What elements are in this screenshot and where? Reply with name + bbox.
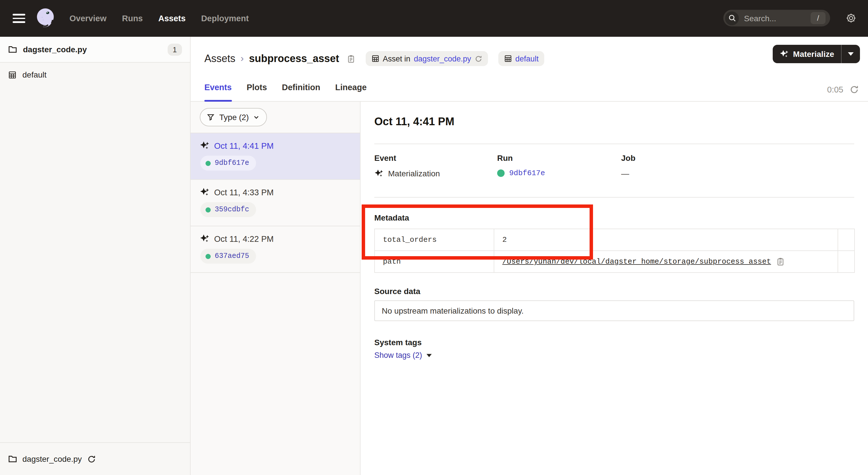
run-status-dot [206,207,211,212]
sidebar-item-label: default [22,70,46,79]
event-detail-panel: Oct 11, 4:41 PM Event Materi [361,102,868,475]
breadcrumb-separator: › [240,53,244,64]
sidebar-footer: dagster_code.py [0,442,190,475]
metadata-value: 2 [494,229,838,251]
system-tags-heading: System tags [374,338,422,347]
sidebar-repo-header[interactable]: dagster_code.py 1 [0,37,190,63]
refresh-timer: 0:05 [827,85,859,94]
metadata-actions-cell [838,229,855,251]
run-label: Run [497,153,545,162]
folder-icon [8,45,17,54]
event-timestamp: Oct 11, 4:33 PM [214,187,274,197]
show-tags-label: Show tags (2) [374,351,422,360]
asset-group-icon [371,55,379,63]
show-tags-toggle[interactable]: Show tags (2) [374,351,432,360]
asset-group-icon [504,55,512,63]
events-list-panel: Type (2) [191,102,361,475]
nav-item-overview[interactable]: Overview [69,14,106,23]
job-value: — [621,169,629,178]
refresh-icon[interactable] [849,85,859,94]
asset-header: Assets › subprocess_asset [191,37,868,102]
run-id-link[interactable]: 9dbf617e [509,169,545,177]
metadata-actions-cell [838,251,855,272]
folder-icon [8,454,17,464]
materialization-icon [200,141,210,150]
search-placeholder: Search... [744,13,776,23]
breadcrumb-assets-link[interactable]: Assets [205,53,236,65]
search-input[interactable]: Search... / [723,10,830,26]
asset-location-tag: Asset in dagster_code.py [366,51,488,66]
divider [374,144,854,144]
search-shortcut-badge: / [811,12,826,24]
sidebar-repo-name: dagster_code.py [23,45,87,54]
run-status-dot [497,170,505,177]
path-link[interactable]: /Users/yuhan/dev/local/dagster_home/stor… [502,257,771,266]
caret-down-icon [848,52,854,56]
event-timestamp: Oct 11, 4:41 PM [214,141,274,150]
event-list-item[interactable]: Oct 11, 4:41 PM 9dbf617e [191,133,360,179]
asset-tabs: Events Plots Definition Lineage [191,82,868,102]
asset-group-icon [8,70,17,79]
materialize-button[interactable]: Materialize [773,50,841,59]
run-status-dot [206,254,211,259]
materialization-icon [780,50,789,59]
caret-down-icon [427,354,432,357]
run-id-pill[interactable]: 637aed75 [200,249,256,264]
run-id: 637aed75 [215,252,249,260]
copy-icon[interactable] [776,257,785,266]
type-filter-label: Type (2) [219,113,249,122]
run-id-pill[interactable]: 9dbf617e [200,156,256,171]
tab-lineage[interactable]: Lineage [335,82,367,102]
metadata-key: path [375,251,494,272]
nav-item-assets[interactable]: Assets [158,14,186,23]
top-nav: Overview Runs Assets Deployment Search..… [0,0,868,37]
reload-icon[interactable] [87,455,96,463]
event-type-value: Materialization [388,169,440,178]
materialize-split-button: Materialize [773,45,860,63]
metadata-heading: Metadata [374,213,409,222]
nav-links: Overview Runs Assets Deployment [69,14,249,23]
asset-in-label: Asset in [383,54,410,63]
run-id-pill[interactable]: 359cdbfc [200,202,256,217]
sidebar-footer-file: dagster_code.py [22,454,82,464]
main-panel: Assets › subprocess_asset [191,37,868,475]
page-title: subprocess_asset [249,53,339,65]
materialization-icon [374,169,383,178]
hamburger-menu-icon[interactable] [12,14,25,23]
materialize-dropdown-button[interactable] [842,52,860,56]
source-data-empty-state: No upstream materializations to display. [374,300,854,321]
job-label: Job [621,153,636,162]
materialization-icon [200,234,210,243]
filter-icon [207,113,215,121]
event-list-item[interactable]: Oct 11, 4:33 PM 359cdbfc [191,179,360,226]
gear-icon[interactable] [846,12,857,24]
event-detail-heading: Oct 11, 4:41 PM [374,115,454,128]
event-label: Event [374,153,440,162]
group-link[interactable]: default [515,54,538,63]
table-row: path /Users/yuhan/dev/local/dagster_home… [375,251,855,272]
metadata-key: total_orders [375,229,494,251]
run-id: 359cdbfc [215,206,249,214]
dagster-app: Overview Runs Assets Deployment Search..… [0,0,868,475]
reload-icon[interactable] [474,55,482,62]
nav-item-deployment[interactable]: Deployment [201,14,249,23]
nav-item-runs[interactable]: Runs [122,14,143,23]
tab-events[interactable]: Events [205,82,231,102]
sidebar-item-default-group[interactable]: default [0,63,190,87]
tab-plots[interactable]: Plots [247,82,267,102]
divider [374,197,854,198]
run-id: 9dbf617e [215,159,249,167]
event-timestamp: Oct 11, 4:22 PM [214,234,274,243]
tab-definition[interactable]: Definition [282,82,320,102]
chevron-down-icon [253,114,260,120]
copy-icon[interactable] [347,54,355,63]
materialize-label: Materialize [793,50,834,59]
timer-value: 0:05 [827,85,843,94]
dagster-logo[interactable] [33,6,58,31]
metadata-table: total_orders 2 path /Users/yuhan/dev/loc… [374,229,855,273]
type-filter-button[interactable]: Type (2) [200,108,267,126]
sidebar-repo-count-badge: 1 [167,43,182,55]
table-row: total_orders 2 [375,229,855,251]
code-location-link[interactable]: dagster_code.py [414,54,471,63]
event-list-item[interactable]: Oct 11, 4:22 PM 637aed75 [191,226,360,273]
